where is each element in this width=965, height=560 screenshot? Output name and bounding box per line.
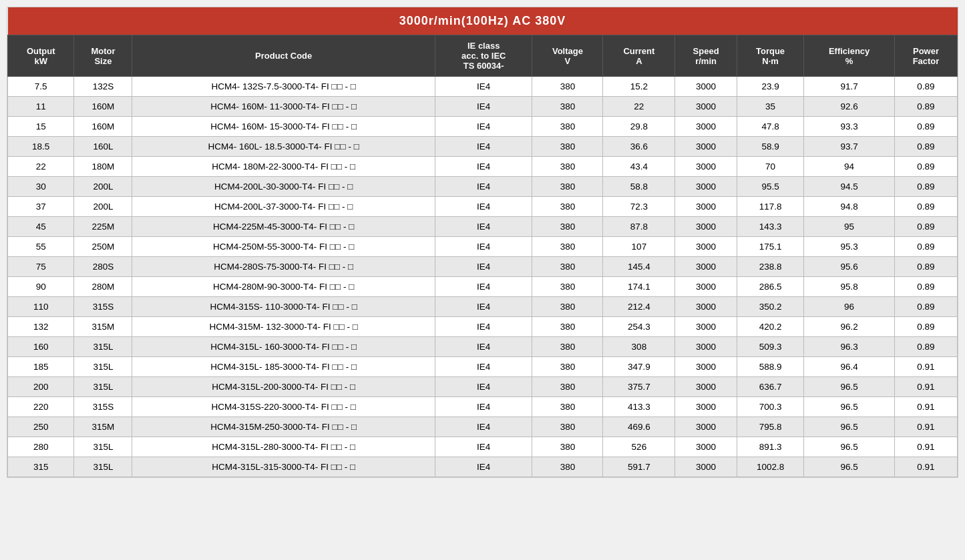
- cell-product-code: HCM4-280M-90-3000-T4- FI □□ - □: [132, 277, 435, 297]
- cell-ie-class: IE4: [435, 337, 532, 357]
- col-header-current: CurrentA: [603, 35, 675, 77]
- table-row: 185315LHCM4-315L- 185-3000-T4- FI □□ - □…: [8, 357, 958, 377]
- cell-voltage: 380: [532, 117, 603, 137]
- col-header-efficiency: Efficiency%: [804, 35, 895, 77]
- cell-output: 132: [8, 317, 74, 337]
- cell-motor-size: 160L: [74, 137, 132, 157]
- col-header-product-code: Product Code: [132, 35, 435, 77]
- table-row: 55250MHCM4-250M-55-3000-T4- FI □□ - □IE4…: [8, 237, 958, 257]
- cell-voltage: 380: [532, 237, 603, 257]
- cell-ie-class: IE4: [435, 117, 532, 137]
- cell-output: 15: [8, 117, 74, 137]
- table-row: 7.5132SHCM4- 132S-7.5-3000-T4- FI □□ - □…: [8, 77, 958, 97]
- cell-product-code: HCM4-200L-37-3000-T4- FI □□ - □: [132, 197, 435, 217]
- cell-product-code: HCM4-225M-45-3000-T4- FI □□ - □: [132, 217, 435, 237]
- cell-current: 526: [603, 437, 675, 457]
- cell-output: 110: [8, 297, 74, 317]
- cell-output: 200: [8, 377, 74, 397]
- cell-output: 315: [8, 457, 74, 477]
- cell-efficiency: 96.5: [804, 417, 895, 437]
- cell-speed: 3000: [675, 157, 737, 177]
- cell-pf: 0.89: [894, 257, 957, 277]
- cell-product-code: HCM4- 160L- 18.5-3000-T4- FI □□ - □: [132, 137, 435, 157]
- cell-ie-class: IE4: [435, 317, 532, 337]
- table-row: 160315LHCM4-315L- 160-3000-T4- FI □□ - □…: [8, 337, 958, 357]
- cell-ie-class: IE4: [435, 297, 532, 317]
- cell-motor-size: 315M: [74, 317, 132, 337]
- cell-voltage: 380: [532, 157, 603, 177]
- table-row: 75280SHCM4-280S-75-3000-T4- FI □□ - □IE4…: [8, 257, 958, 277]
- cell-product-code: HCM4-200L-30-3000-T4- FI □□ - □: [132, 177, 435, 197]
- cell-pf: 0.91: [894, 437, 957, 457]
- cell-efficiency: 95.6: [804, 257, 895, 277]
- cell-pf: 0.89: [894, 137, 957, 157]
- cell-speed: 3000: [675, 297, 737, 317]
- cell-speed: 3000: [675, 437, 737, 457]
- cell-current: 145.4: [603, 257, 675, 277]
- cell-output: 55: [8, 237, 74, 257]
- table-row: 18.5160LHCM4- 160L- 18.5-3000-T4- FI □□ …: [8, 137, 958, 157]
- cell-efficiency: 94: [804, 157, 895, 177]
- cell-pf: 0.89: [894, 237, 957, 257]
- cell-pf: 0.89: [894, 197, 957, 217]
- cell-torque: 588.9: [737, 357, 803, 377]
- table-row: 220315SHCM4-315S-220-3000-T4- FI □□ - □I…: [8, 397, 958, 417]
- cell-pf: 0.89: [894, 177, 957, 197]
- cell-speed: 3000: [675, 317, 737, 337]
- cell-torque: 509.3: [737, 337, 803, 357]
- cell-pf: 0.91: [894, 377, 957, 397]
- cell-voltage: 380: [532, 217, 603, 237]
- cell-ie-class: IE4: [435, 377, 532, 397]
- cell-product-code: HCM4-250M-55-3000-T4- FI □□ - □: [132, 237, 435, 257]
- cell-torque: 23.9: [737, 77, 803, 97]
- cell-speed: 3000: [675, 257, 737, 277]
- cell-current: 15.2: [603, 77, 675, 97]
- cell-torque: 35: [737, 97, 803, 117]
- cell-product-code: HCM4-315L-200-3000-T4- FI □□ - □: [132, 377, 435, 397]
- cell-efficiency: 96.4: [804, 357, 895, 377]
- cell-torque: 95.5: [737, 177, 803, 197]
- cell-motor-size: 160M: [74, 97, 132, 117]
- cell-current: 212.4: [603, 297, 675, 317]
- cell-pf: 0.89: [894, 317, 957, 337]
- cell-output: 11: [8, 97, 74, 117]
- cell-torque: 795.8: [737, 417, 803, 437]
- col-header-ie-class: IE classacc. to IECTS 60034-: [435, 35, 532, 77]
- cell-motor-size: 280S: [74, 257, 132, 277]
- cell-speed: 3000: [675, 277, 737, 297]
- cell-output: 185: [8, 357, 74, 377]
- cell-product-code: HCM4-315M- 132-3000-T4- FI □□ - □: [132, 317, 435, 337]
- cell-speed: 3000: [675, 457, 737, 477]
- cell-voltage: 380: [532, 97, 603, 117]
- col-header-power-factor: PowerFactor: [894, 35, 957, 77]
- cell-ie-class: IE4: [435, 157, 532, 177]
- cell-ie-class: IE4: [435, 417, 532, 437]
- col-header-voltage: VoltageV: [532, 35, 603, 77]
- main-table-wrapper: 3000r/min(100Hz) AC 380V OutputkW MotorS…: [7, 7, 958, 478]
- cell-output: 45: [8, 217, 74, 237]
- cell-ie-class: IE4: [435, 197, 532, 217]
- cell-ie-class: IE4: [435, 137, 532, 157]
- table-row: 45225MHCM4-225M-45-3000-T4- FI □□ - □IE4…: [8, 217, 958, 237]
- cell-voltage: 380: [532, 437, 603, 457]
- cell-motor-size: 280M: [74, 277, 132, 297]
- table-title: 3000r/min(100Hz) AC 380V: [8, 7, 958, 35]
- cell-voltage: 380: [532, 137, 603, 157]
- cell-torque: 47.8: [737, 117, 803, 137]
- cell-motor-size: 315M: [74, 417, 132, 437]
- cell-voltage: 380: [532, 377, 603, 397]
- cell-efficiency: 96.5: [804, 377, 895, 397]
- table-row: 11160MHCM4- 160M- 11-3000-T4- FI □□ - □I…: [8, 97, 958, 117]
- cell-current: 107: [603, 237, 675, 257]
- cell-output: 30: [8, 177, 74, 197]
- cell-torque: 117.8: [737, 197, 803, 217]
- table-row: 15160MHCM4- 160M- 15-3000-T4- FI □□ - □I…: [8, 117, 958, 137]
- cell-voltage: 380: [532, 337, 603, 357]
- cell-motor-size: 180M: [74, 157, 132, 177]
- cell-output: 220: [8, 397, 74, 417]
- cell-speed: 3000: [675, 237, 737, 257]
- cell-ie-class: IE4: [435, 257, 532, 277]
- cell-ie-class: IE4: [435, 457, 532, 477]
- cell-torque: 1002.8: [737, 457, 803, 477]
- cell-motor-size: 160M: [74, 117, 132, 137]
